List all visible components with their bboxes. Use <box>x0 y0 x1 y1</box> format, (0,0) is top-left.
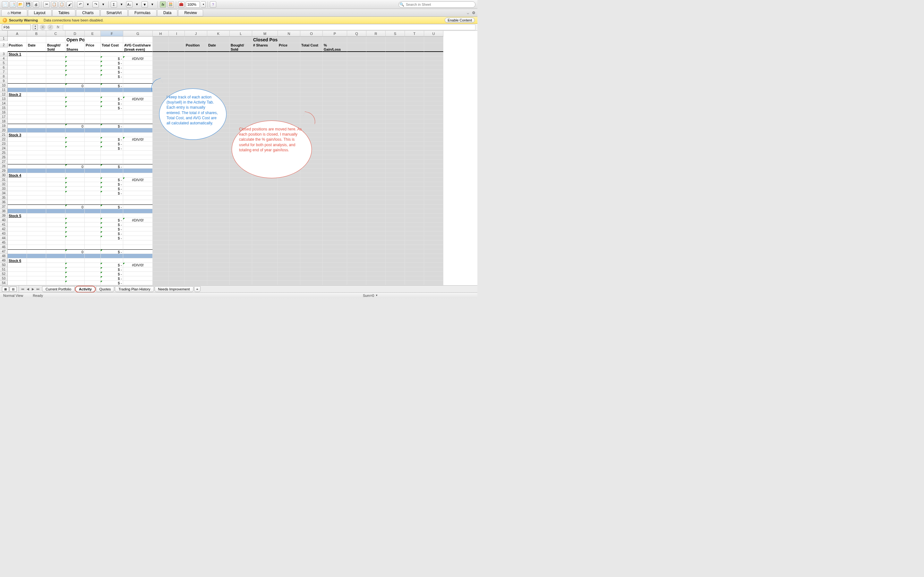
cell-L18[interactable] <box>230 119 252 124</box>
cell-T12[interactable] <box>405 92 424 97</box>
cell-J8[interactable] <box>185 74 207 79</box>
row-header-21[interactable]: 21 <box>0 133 8 137</box>
cell-T44[interactable] <box>405 236 424 240</box>
cell-D51[interactable] <box>65 268 85 272</box>
cell-A24[interactable] <box>8 146 27 151</box>
cell-F52[interactable]: $ - <box>101 272 123 276</box>
cell-O1[interactable] <box>300 37 323 43</box>
ribbon-settings-icon[interactable]: ⚙ <box>471 10 476 15</box>
cell-A42[interactable] <box>8 227 27 231</box>
cell-N33[interactable] <box>278 187 300 191</box>
row-header-8[interactable]: 8 <box>0 74 8 79</box>
cell-O50[interactable] <box>300 263 323 268</box>
cell-U7[interactable] <box>424 70 443 74</box>
cell-D18[interactable] <box>65 119 85 124</box>
cell-Q14[interactable] <box>347 101 367 106</box>
cell-K32[interactable] <box>207 182 230 187</box>
cell-S39[interactable] <box>386 213 405 218</box>
cell-U31[interactable] <box>424 177 443 182</box>
cell-L8[interactable] <box>230 74 252 79</box>
cell-T9[interactable] <box>405 79 424 83</box>
cell-B10[interactable] <box>27 83 46 88</box>
cell-R41[interactable] <box>367 222 386 227</box>
cell-B27[interactable] <box>27 160 46 164</box>
cell-B52[interactable] <box>27 272 46 276</box>
cell-Q40[interactable] <box>347 218 367 222</box>
cell-M9[interactable] <box>252 79 278 83</box>
cell-S37[interactable] <box>386 205 405 209</box>
cell-M17[interactable] <box>252 115 278 119</box>
row-header-14[interactable]: 14 <box>0 101 8 106</box>
cell-F30[interactable] <box>101 173 123 177</box>
cell-K40[interactable] <box>207 218 230 222</box>
cell-O46[interactable] <box>300 245 323 250</box>
header-B[interactable]: Date <box>27 43 46 52</box>
cell-E40[interactable] <box>85 218 101 222</box>
cell-E54[interactable] <box>85 281 101 285</box>
cell-L40[interactable] <box>230 218 252 222</box>
cell-C19[interactable] <box>46 124 65 128</box>
cell-C7[interactable] <box>46 70 65 74</box>
cell-M35[interactable] <box>252 195 278 200</box>
cell-B31[interactable] <box>27 177 46 182</box>
cell-D3[interactable] <box>65 52 85 56</box>
cell-C28[interactable] <box>46 164 65 169</box>
cell-E53[interactable] <box>85 276 101 281</box>
row-header-47[interactable]: 47 <box>0 250 8 254</box>
cell-O7[interactable] <box>300 70 323 74</box>
cell-A48[interactable] <box>8 254 27 258</box>
cell-H45[interactable] <box>153 240 169 245</box>
cell-U10[interactable] <box>424 83 443 88</box>
cell-B19[interactable] <box>27 124 46 128</box>
cell-Q33[interactable] <box>347 187 367 191</box>
cell-B36[interactable] <box>27 200 46 205</box>
cell-M40[interactable] <box>252 218 278 222</box>
cell-I52[interactable] <box>169 272 185 276</box>
cell-P45[interactable] <box>323 240 347 245</box>
cell-G9[interactable] <box>123 79 153 83</box>
namebox-stepper[interactable]: ▲▼ <box>33 24 38 30</box>
col-header-G[interactable]: G <box>123 31 153 37</box>
cell-N46[interactable] <box>278 245 300 250</box>
cell-C51[interactable] <box>46 268 65 272</box>
cell-Q28[interactable] <box>347 164 367 169</box>
row-header-6[interactable]: 6 <box>0 65 8 70</box>
cell-C31[interactable] <box>46 177 65 182</box>
cell-D12[interactable] <box>65 92 85 97</box>
cell-S47[interactable] <box>386 250 405 254</box>
cell-D33[interactable] <box>65 187 85 191</box>
cell-A41[interactable] <box>8 222 27 227</box>
cell-B3[interactable] <box>27 52 46 56</box>
ribbon-tab-tables[interactable]: Tables <box>52 9 76 16</box>
cell-R17[interactable] <box>367 115 386 119</box>
cell-J54[interactable] <box>185 281 207 285</box>
cell-F13[interactable]: $ - <box>101 97 123 101</box>
cell-M34[interactable] <box>252 191 278 195</box>
row-header-3[interactable]: 3 <box>0 52 8 56</box>
ribbon-tab-data[interactable]: Data <box>157 9 178 16</box>
cell-E33[interactable] <box>85 187 101 191</box>
cell-G16[interactable] <box>123 110 153 115</box>
cell-T34[interactable] <box>405 191 424 195</box>
cell-F6[interactable]: $ - <box>101 65 123 70</box>
cell-M53[interactable] <box>252 276 278 281</box>
cell-J7[interactable] <box>185 70 207 74</box>
cell-R16[interactable] <box>367 110 386 115</box>
cell-Q34[interactable] <box>347 191 367 195</box>
cell-R37[interactable] <box>367 205 386 209</box>
cell-O13[interactable] <box>300 97 323 101</box>
cell-J44[interactable] <box>185 236 207 240</box>
cell-D15[interactable] <box>65 106 85 110</box>
cell-D49[interactable] <box>65 258 85 263</box>
cell-P13[interactable] <box>323 97 347 101</box>
cell-I32[interactable] <box>169 182 185 187</box>
cell-S25[interactable] <box>386 151 405 155</box>
cell-B49[interactable] <box>27 258 46 263</box>
col-header-A[interactable]: A <box>8 31 27 37</box>
cell-S36[interactable] <box>386 200 405 205</box>
cell-D39[interactable] <box>65 213 85 218</box>
cell-U51[interactable] <box>424 268 443 272</box>
header-S[interactable] <box>386 43 405 52</box>
save-icon[interactable]: 💾 <box>25 1 31 8</box>
cell-M42[interactable] <box>252 227 278 231</box>
